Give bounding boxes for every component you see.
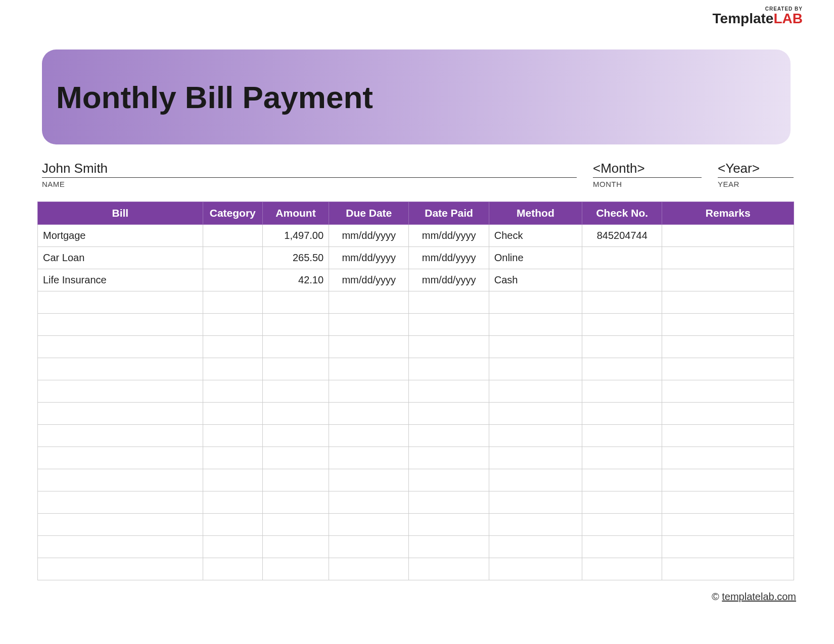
cell-bill[interactable] — [38, 558, 203, 580]
year-value[interactable]: <Year> — [718, 161, 794, 178]
cell-method[interactable] — [489, 558, 582, 580]
footer-link[interactable]: templatelab.com — [722, 591, 796, 602]
cell-check_no[interactable] — [582, 491, 662, 514]
cell-bill[interactable] — [38, 291, 203, 314]
cell-category[interactable] — [203, 269, 262, 291]
cell-method[interactable] — [489, 469, 582, 491]
cell-amount[interactable]: 1,497.00 — [262, 225, 329, 247]
cell-method[interactable] — [489, 425, 582, 447]
cell-bill[interactable] — [38, 336, 203, 358]
cell-due_date[interactable] — [329, 291, 409, 314]
cell-due_date[interactable] — [329, 403, 409, 425]
cell-bill[interactable]: Mortgage — [38, 225, 203, 247]
name-value[interactable]: John Smith — [42, 161, 577, 178]
cell-method[interactable]: Check — [489, 225, 582, 247]
cell-category[interactable] — [203, 314, 262, 336]
cell-check_no[interactable] — [582, 291, 662, 314]
cell-category[interactable] — [203, 514, 262, 536]
cell-bill[interactable]: Car Loan — [38, 247, 203, 269]
cell-due_date[interactable] — [329, 558, 409, 580]
cell-remarks[interactable] — [662, 514, 794, 536]
cell-date_paid[interactable]: mm/dd/yyyy — [409, 247, 489, 269]
cell-method[interactable] — [489, 403, 582, 425]
cell-check_no[interactable] — [582, 514, 662, 536]
cell-due_date[interactable]: mm/dd/yyyy — [329, 247, 409, 269]
cell-check_no[interactable] — [582, 403, 662, 425]
cell-amount[interactable] — [262, 425, 329, 447]
cell-due_date[interactable] — [329, 425, 409, 447]
cell-check_no[interactable] — [582, 269, 662, 291]
cell-method[interactable] — [489, 536, 582, 558]
cell-remarks[interactable] — [662, 291, 794, 314]
cell-remarks[interactable] — [662, 469, 794, 491]
cell-check_no[interactable] — [582, 536, 662, 558]
cell-category[interactable] — [203, 425, 262, 447]
cell-check_no[interactable] — [582, 380, 662, 403]
cell-check_no[interactable] — [582, 558, 662, 580]
cell-check_no[interactable]: 845204744 — [582, 225, 662, 247]
cell-method[interactable] — [489, 291, 582, 314]
cell-date_paid[interactable] — [409, 491, 489, 514]
cell-amount[interactable] — [262, 403, 329, 425]
cell-due_date[interactable] — [329, 536, 409, 558]
cell-due_date[interactable] — [329, 469, 409, 491]
cell-check_no[interactable] — [582, 314, 662, 336]
cell-remarks[interactable] — [662, 358, 794, 380]
cell-check_no[interactable] — [582, 469, 662, 491]
cell-check_no[interactable] — [582, 358, 662, 380]
cell-date_paid[interactable] — [409, 403, 489, 425]
cell-method[interactable] — [489, 447, 582, 469]
cell-date_paid[interactable] — [409, 336, 489, 358]
cell-date_paid[interactable] — [409, 425, 489, 447]
cell-due_date[interactable] — [329, 358, 409, 380]
cell-category[interactable] — [203, 469, 262, 491]
cell-bill[interactable] — [38, 380, 203, 403]
cell-category[interactable] — [203, 380, 262, 403]
cell-bill[interactable] — [38, 536, 203, 558]
cell-amount[interactable]: 42.10 — [262, 269, 329, 291]
cell-category[interactable] — [203, 536, 262, 558]
cell-method[interactable] — [489, 380, 582, 403]
cell-due_date[interactable]: mm/dd/yyyy — [329, 225, 409, 247]
cell-date_paid[interactable] — [409, 536, 489, 558]
cell-check_no[interactable] — [582, 425, 662, 447]
cell-remarks[interactable] — [662, 536, 794, 558]
cell-method[interactable]: Online — [489, 247, 582, 269]
cell-date_paid[interactable]: mm/dd/yyyy — [409, 269, 489, 291]
cell-bill[interactable] — [38, 514, 203, 536]
cell-method[interactable] — [489, 314, 582, 336]
cell-amount[interactable] — [262, 447, 329, 469]
cell-date_paid[interactable] — [409, 447, 489, 469]
cell-method[interactable] — [489, 514, 582, 536]
cell-date_paid[interactable] — [409, 314, 489, 336]
cell-due_date[interactable] — [329, 314, 409, 336]
cell-bill[interactable] — [38, 358, 203, 380]
month-value[interactable]: <Month> — [593, 161, 702, 178]
cell-category[interactable] — [203, 225, 262, 247]
cell-check_no[interactable] — [582, 447, 662, 469]
cell-category[interactable] — [203, 447, 262, 469]
cell-remarks[interactable] — [662, 447, 794, 469]
cell-category[interactable] — [203, 336, 262, 358]
cell-date_paid[interactable]: mm/dd/yyyy — [409, 225, 489, 247]
cell-due_date[interactable]: mm/dd/yyyy — [329, 269, 409, 291]
cell-category[interactable] — [203, 491, 262, 514]
cell-check_no[interactable] — [582, 247, 662, 269]
cell-amount[interactable] — [262, 380, 329, 403]
cell-remarks[interactable] — [662, 225, 794, 247]
cell-bill[interactable] — [38, 403, 203, 425]
cell-amount[interactable] — [262, 469, 329, 491]
cell-remarks[interactable] — [662, 269, 794, 291]
cell-due_date[interactable] — [329, 380, 409, 403]
cell-remarks[interactable] — [662, 403, 794, 425]
cell-bill[interactable] — [38, 314, 203, 336]
cell-remarks[interactable] — [662, 491, 794, 514]
cell-due_date[interactable] — [329, 491, 409, 514]
cell-category[interactable] — [203, 358, 262, 380]
cell-amount[interactable] — [262, 336, 329, 358]
cell-amount[interactable]: 265.50 — [262, 247, 329, 269]
cell-amount[interactable] — [262, 358, 329, 380]
cell-bill[interactable] — [38, 491, 203, 514]
cell-remarks[interactable] — [662, 247, 794, 269]
cell-method[interactable] — [489, 491, 582, 514]
